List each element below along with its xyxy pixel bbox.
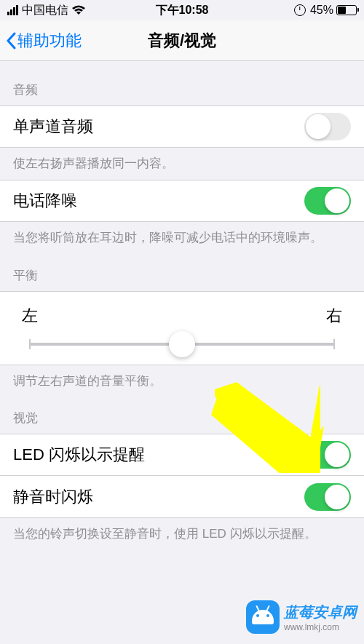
led-flash-switch[interactable] [304,441,351,469]
row-balance: 左 右 [0,291,364,365]
status-time: 下午10:58 [124,3,240,18]
balance-slider[interactable] [29,343,335,346]
watermark-url: www.lmkj.com [284,622,357,632]
noise-cancellation-footer: 当您将听筒放在耳边时，降噪可减少电话中的环境噪声。 [0,222,364,254]
row-flash-on-silent: 静音时闪烁 [0,476,364,518]
nav-bar: 辅助功能 音频/视觉 [0,20,364,61]
battery-icon [336,5,357,15]
mono-audio-switch[interactable] [304,113,351,140]
status-left: 中国电信 [7,3,124,18]
battery-percent: 45% [310,4,333,17]
balance-footer: 调节左右声道的音量平衡。 [0,365,364,397]
flash-on-silent-switch[interactable] [304,483,351,511]
section-header-audio: 音频 [0,61,364,106]
mono-audio-label: 单声道音频 [13,116,93,138]
status-bar: 中国电信 下午10:58 45% [0,0,364,20]
nav-title: 音频/视觉 [148,30,216,52]
flash-on-silent-footer: 当您的铃声切换设至静音时，使用 LED 闪烁以示提醒。 [0,518,364,550]
watermark-title: 蓝莓安卓网 [284,603,357,622]
watermark: 蓝莓安卓网 www.lmkj.com [246,600,357,634]
back-button[interactable]: 辅助功能 [6,30,82,52]
section-header-balance: 平衡 [0,254,364,291]
slider-thumb[interactable] [169,331,195,357]
status-right: 45% [240,4,357,17]
led-flash-label: LED 闪烁以示提醒 [13,444,145,466]
noise-cancellation-label: 电话降噪 [13,190,77,212]
section-header-visual: 视觉 [0,397,364,434]
signal-icon [7,5,18,15]
row-led-flash: LED 闪烁以示提醒 [0,434,364,476]
wifi-icon [72,5,85,15]
watermark-icon [246,600,280,634]
balance-right-label: 右 [326,305,342,327]
carrier-label: 中国电信 [22,3,68,18]
mono-audio-footer: 使左右扬声器播放同一内容。 [0,148,364,180]
noise-cancellation-switch[interactable] [304,187,351,215]
flash-on-silent-label: 静音时闪烁 [13,486,93,508]
balance-left-label: 左 [22,305,38,327]
row-mono-audio: 单声道音频 [0,106,364,148]
chevron-left-icon [6,32,16,49]
alarm-icon [294,4,306,16]
row-noise-cancellation: 电话降噪 [0,180,364,222]
back-label: 辅助功能 [17,30,82,52]
